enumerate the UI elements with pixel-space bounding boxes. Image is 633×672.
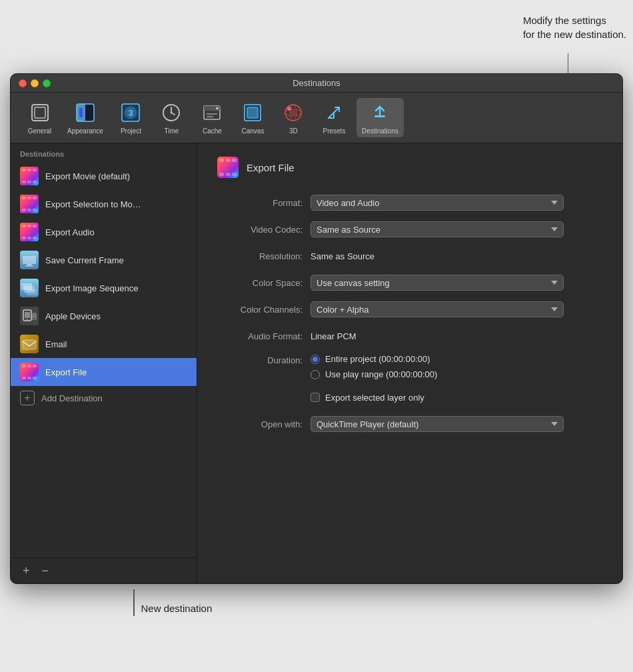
svg-rect-64 bbox=[22, 365, 26, 367]
duration-radio-entire[interactable] bbox=[311, 355, 320, 364]
export-selection-label: Export Selection to Mo… bbox=[45, 199, 141, 209]
color-channels-label: Color Channels: bbox=[217, 305, 311, 315]
svg-rect-72 bbox=[226, 159, 231, 162]
toolbar-item-time[interactable]: Time bbox=[153, 98, 190, 137]
format-select[interactable]: Video and Audio bbox=[311, 195, 564, 211]
toolbar-item-destinations[interactable]: Destinations bbox=[356, 98, 404, 137]
format-row: Format: Video and Audio bbox=[217, 194, 602, 211]
svg-rect-31 bbox=[27, 181, 31, 183]
toolbar-item-project[interactable]: 3 Project bbox=[113, 98, 149, 137]
svg-rect-76 bbox=[232, 173, 237, 176]
toolbar-item-canvas[interactable]: Canvas bbox=[235, 98, 271, 137]
maximize-button[interactable] bbox=[43, 79, 51, 87]
svg-rect-29 bbox=[33, 169, 37, 171]
sidebar-footer: + − bbox=[11, 557, 197, 583]
svg-rect-35 bbox=[27, 197, 31, 199]
sidebar-item-export-selection[interactable]: Export Selection to Mo… bbox=[11, 190, 197, 218]
project-icon: 3 bbox=[119, 101, 143, 125]
sidebar-item-export-movie[interactable]: Export Movie (default) bbox=[11, 162, 197, 190]
sidebar-item-save-frame[interactable]: Save Current Frame bbox=[11, 246, 197, 274]
svg-rect-25 bbox=[374, 115, 385, 117]
svg-rect-60 bbox=[33, 315, 35, 318]
resolution-text: Same as Source bbox=[311, 251, 374, 261]
toolbar-item-3d[interactable]: 3D bbox=[275, 98, 312, 137]
canvas-label: Canvas bbox=[241, 127, 264, 135]
export-layer-row: Export selected layer only bbox=[217, 389, 602, 406]
svg-rect-15 bbox=[207, 113, 217, 115]
export-layer-checkbox[interactable] bbox=[311, 393, 320, 402]
export-layer-label: Export selected layer only bbox=[325, 393, 424, 403]
svg-point-11 bbox=[171, 112, 173, 114]
svg-rect-57 bbox=[25, 312, 30, 318]
export-layer-checkbox-row[interactable]: Export selected layer only bbox=[311, 393, 602, 403]
duration-label: Duration: bbox=[217, 354, 311, 365]
svg-rect-44 bbox=[22, 237, 26, 239]
toolbar-item-appearance[interactable]: Appearance bbox=[62, 98, 109, 137]
resolution-value: Same as Source bbox=[311, 251, 602, 261]
appearance-icon bbox=[73, 101, 97, 125]
export-sequence-label: Export Image Sequence bbox=[45, 283, 138, 293]
toolbar-item-cache[interactable]: Cache bbox=[194, 98, 231, 137]
svg-rect-45 bbox=[27, 237, 31, 239]
sidebar-item-add-destination[interactable]: + Add Destination bbox=[11, 386, 197, 410]
color-space-row: Color Space: Use canvas setting bbox=[217, 274, 602, 291]
duration-group: Entire project (00:00:00:00) Use play ra… bbox=[311, 354, 602, 379]
right-panel: Export File Format: Video and Audio Vide… bbox=[197, 143, 622, 583]
svg-rect-37 bbox=[22, 209, 26, 211]
video-codec-label: Video Codec: bbox=[217, 225, 311, 235]
video-codec-row: Video Codec: Same as Source bbox=[217, 221, 602, 238]
svg-rect-69 bbox=[33, 377, 37, 379]
toolbar-item-general[interactable]: General bbox=[21, 98, 58, 137]
svg-rect-50 bbox=[25, 265, 33, 267]
color-space-select[interactable]: Use canvas setting bbox=[311, 275, 564, 291]
svg-point-58 bbox=[27, 319, 28, 321]
color-channels-select[interactable]: Color + Alpha bbox=[311, 301, 564, 317]
sidebar-item-apple-devices[interactable]: Apple Devices bbox=[11, 302, 197, 330]
remove-button[interactable]: − bbox=[39, 563, 52, 578]
audio-format-row: Audio Format: Linear PCM bbox=[217, 327, 602, 345]
panel-header: Export File bbox=[217, 157, 602, 178]
svg-rect-27 bbox=[22, 169, 26, 171]
duration-radio-playrange[interactable] bbox=[311, 370, 320, 379]
svg-point-14 bbox=[216, 107, 219, 110]
duration-option2-row[interactable]: Use play range (00:00:00:00) bbox=[311, 369, 602, 379]
email-label: Email bbox=[45, 339, 67, 349]
app-window: Destinations General Appearance bbox=[10, 73, 623, 584]
cache-icon bbox=[200, 101, 224, 125]
presets-label: Presets bbox=[322, 127, 345, 135]
svg-rect-18 bbox=[247, 107, 258, 118]
open-with-select[interactable]: QuickTime Player (default) bbox=[311, 416, 564, 432]
resolution-label: Resolution: bbox=[217, 251, 311, 261]
add-destination-label: Add Destination bbox=[41, 393, 103, 403]
sidebar-item-export-sequence[interactable]: Export Image Sequence bbox=[11, 274, 197, 302]
apple-devices-label: Apple Devices bbox=[45, 311, 101, 321]
traffic-lights bbox=[19, 79, 51, 87]
close-button[interactable] bbox=[19, 79, 27, 87]
export-file-icon bbox=[20, 363, 39, 381]
svg-point-23 bbox=[291, 110, 296, 115]
duration-option1-row[interactable]: Entire project (00:00:00:00) bbox=[311, 354, 602, 364]
bottom-annotation-container: New destination bbox=[0, 584, 633, 616]
svg-rect-43 bbox=[33, 225, 37, 227]
svg-rect-38 bbox=[27, 209, 31, 211]
sidebar-item-email[interactable]: Email bbox=[11, 330, 197, 358]
titlebar: Destinations bbox=[11, 74, 622, 93]
svg-rect-66 bbox=[33, 365, 37, 367]
sidebar-item-export-audio[interactable]: Export Audio bbox=[11, 218, 197, 246]
toolbar-item-presets[interactable]: Presets bbox=[316, 98, 352, 137]
svg-rect-42 bbox=[27, 225, 31, 227]
svg-rect-34 bbox=[22, 197, 26, 199]
presets-icon bbox=[322, 101, 346, 125]
sidebar-item-export-file[interactable]: Export File bbox=[11, 358, 197, 386]
add-button[interactable]: + bbox=[20, 563, 33, 578]
toolbar: General Appearance 3 Project bbox=[11, 93, 622, 143]
video-codec-select[interactable]: Same as Source bbox=[311, 221, 564, 237]
svg-rect-49 bbox=[27, 264, 32, 265]
apple-devices-icon bbox=[20, 307, 39, 325]
svg-rect-1 bbox=[35, 107, 45, 118]
minimize-button[interactable] bbox=[31, 79, 39, 87]
duration-value: Entire project (00:00:00:00) Use play ra… bbox=[311, 354, 602, 379]
main-content: Destinations Export Movie (default) Expo… bbox=[11, 143, 622, 583]
svg-rect-67 bbox=[22, 377, 26, 379]
svg-rect-28 bbox=[27, 169, 31, 171]
